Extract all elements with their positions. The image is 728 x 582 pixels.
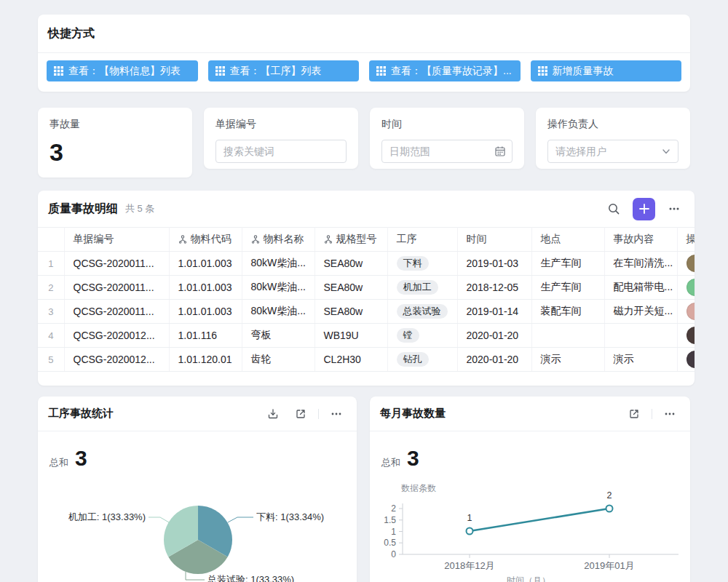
operator-select[interactable] — [547, 140, 678, 163]
col-header-time: 时间 — [457, 228, 531, 252]
cell-material-name: 齿轮 — [242, 348, 314, 372]
shortcut-view-material-list-button[interactable]: 查看：【物料信息】列表 — [47, 60, 198, 81]
cell-doc-number: QCSG-2020011... — [64, 276, 169, 300]
line-card-header: 每月事故数量 — [370, 396, 690, 431]
pie-label-jijiagong: 机加工: 1(33.33%) — [68, 511, 146, 522]
pie-card-header: 工序事故统计 — [38, 396, 357, 431]
doc-number-label: 单据编号 — [215, 118, 347, 131]
table-row[interactable]: 2 QCSG-2020011... 1.01.01.003 80kW柴油... … — [38, 276, 695, 300]
cell-place: 生产车间 — [531, 276, 604, 300]
export-chart-button[interactable] — [263, 404, 283, 424]
line-series — [470, 509, 609, 531]
cell-material-name: 弯板 — [242, 324, 314, 348]
x-tick-label: 2018年12月 — [444, 560, 494, 571]
col-header-material-name: 物料名称 — [242, 228, 314, 252]
table-row[interactable]: 1 QCSG-2020011... 1.01.01.003 80kW柴油... … — [38, 252, 695, 276]
operator-avatar — [687, 303, 695, 320]
hierarchy-icon — [251, 235, 260, 244]
pie-total-stat: 总和 3 — [38, 431, 357, 471]
dashboard-page: { "colors": { "page_bg": "#eef0f4", "acc… — [0, 0, 728, 582]
col-header-index — [38, 228, 64, 252]
y-tick-label: 0 — [391, 549, 396, 559]
table-toolbar: 质量事故明细 共 5 条 — [38, 191, 695, 227]
row-index: 1 — [38, 252, 64, 276]
shortcut-add-quality-incident-button[interactable]: 新增质量事故 — [531, 60, 682, 81]
expand-chart-button[interactable] — [290, 404, 311, 424]
cell-time: 2018-12-05 — [457, 276, 531, 300]
operator-avatar — [687, 327, 695, 344]
doc-number-filter-card: 单据编号 — [204, 108, 358, 169]
shortcut-button-row: 查看：【物料信息】列表 查看：【工序】列表 查看：【质量事故记录】... 新增质… — [38, 53, 690, 89]
shortcut-view-quality-record-button[interactable]: 查看：【质量事故记录】... — [369, 60, 521, 81]
cell-content: 在车间清洗... — [604, 252, 677, 276]
shortcuts-title: 快捷方式 — [38, 15, 690, 53]
cell-material-name: 80kW柴油... — [242, 300, 314, 324]
cell-spec: SEA80w — [314, 300, 387, 324]
doc-number-search-input[interactable] — [215, 140, 347, 163]
magnifier-icon — [607, 202, 620, 215]
operator-filter-label: 操作负责人 — [547, 118, 678, 131]
cell-process: 钻孔 — [387, 348, 457, 372]
cell-place: 演示 — [531, 348, 604, 372]
process-tag: 镗 — [397, 328, 419, 343]
cell-spec: SEA80w — [314, 252, 387, 276]
cell-content: 磁力开关短... — [604, 300, 677, 324]
cell-content — [604, 324, 677, 348]
table-search-button[interactable] — [604, 199, 624, 219]
table-more-button[interactable] — [664, 199, 684, 219]
operator-avatar — [687, 255, 695, 272]
grid-icon — [54, 66, 63, 76]
cell-operator — [677, 348, 695, 372]
x-tick-label: 2019年01月 — [584, 560, 634, 571]
x-axis-title: 时间（月） — [507, 575, 550, 582]
monthly-line-chart: 数据条数 2 1.5 1 0.5 0 2018年12月 2019年01月 1 2… — [370, 466, 690, 582]
cell-doc-number: QCSG-2020012... — [64, 348, 169, 372]
cell-doc-number: QCSG-2020011... — [64, 252, 169, 276]
cell-material-name: 80kW柴油... — [242, 276, 314, 300]
cell-place: 生产车间 — [531, 252, 604, 276]
quality-incident-table: 单据编号 物料代码 物料名称 规格型号 工序 时间 地点 事故内容 操作负责人 — [38, 227, 695, 372]
cell-operator — [677, 324, 695, 348]
open-in-new-icon — [295, 408, 306, 420]
pie-more-button[interactable] — [326, 404, 347, 424]
line-more-button[interactable] — [660, 404, 680, 424]
cell-spec: SEA80w — [314, 276, 387, 300]
table-row[interactable]: 5 QCSG-2020012... 1.01.120.01 齿轮 CL2H30 … — [38, 348, 695, 372]
point-label: 1 — [467, 513, 472, 523]
date-range-input[interactable] — [381, 140, 513, 163]
row-index: 5 — [38, 348, 64, 372]
process-pie-chart: 机加工: 1(33.33%) 下料: 1(33.34%) 总装试验: 1(33.… — [38, 466, 357, 582]
incident-count-value: 3 — [50, 138, 181, 167]
table-row[interactable]: 4 QCSG-2020012... 1.01.116 弯板 WB19U 镗 20… — [38, 324, 695, 348]
col-header-material-code: 物料代码 — [169, 228, 242, 252]
cell-spec: CL2H30 — [314, 348, 387, 372]
row-index: 3 — [38, 300, 64, 324]
point-label: 2 — [607, 490, 612, 501]
hierarchy-icon — [178, 235, 187, 244]
cell-content: 配电箱带电... — [604, 276, 677, 300]
ellipsis-icon — [663, 407, 676, 420]
row-index: 4 — [38, 324, 64, 348]
divider — [318, 409, 319, 419]
cell-process: 机加工 — [387, 276, 457, 300]
shortcut-view-process-list-button[interactable]: 查看：【工序】列表 — [208, 60, 360, 81]
pie-leader-line — [228, 517, 253, 522]
y-axis-title: 数据条数 — [401, 483, 436, 493]
cell-material-code: 1.01.116 — [169, 324, 242, 348]
cell-material-name: 80kW柴油... — [242, 252, 314, 276]
shortcut-button-label: 新增质量事故 — [553, 65, 614, 78]
incident-count-label: 事故量 — [50, 118, 181, 131]
data-point[interactable] — [606, 506, 613, 512]
expand-chart-button[interactable] — [624, 404, 644, 424]
col-header-process: 工序 — [387, 228, 457, 252]
line-total-stat: 总和 3 — [370, 431, 690, 471]
cell-operator — [677, 252, 695, 276]
table-row[interactable]: 3 QCSG-2020011... 1.01.01.003 80kW柴油... … — [38, 300, 695, 324]
pie-label-xialiao: 下料: 1(33.34%) — [256, 511, 324, 522]
cell-material-code: 1.01.01.003 — [169, 252, 242, 276]
shortcut-button-label: 查看：【物料信息】列表 — [68, 65, 181, 78]
process-tag: 下料 — [397, 256, 429, 271]
add-record-button[interactable] — [633, 198, 655, 220]
cell-material-code: 1.01.120.01 — [169, 348, 242, 372]
data-point[interactable] — [467, 528, 473, 535]
